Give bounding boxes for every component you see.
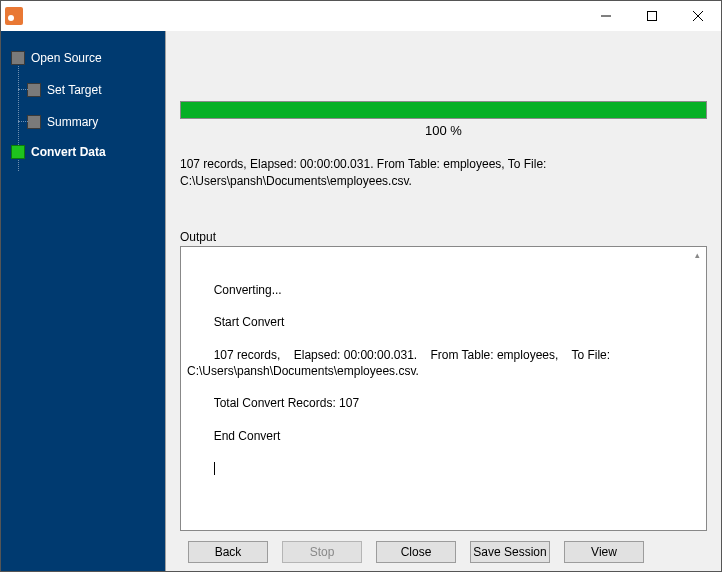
sidebar-item-open-source[interactable]: Open Source [1, 45, 165, 71]
output-line: End Convert [214, 429, 281, 443]
back-button[interactable]: Back [188, 541, 268, 563]
maximize-button[interactable] [629, 1, 675, 31]
output-line: Converting... [214, 283, 282, 297]
step-icon-active [11, 145, 25, 159]
minimize-button[interactable] [583, 1, 629, 31]
step-icon [27, 115, 41, 129]
output-textarea[interactable]: ▴ Converting... Start Convert 107 record… [180, 246, 707, 531]
svg-rect-1 [648, 12, 657, 21]
sidebar-item-label: Summary [47, 115, 98, 129]
step-icon [11, 51, 25, 65]
progress-percent-label: 100 % [180, 123, 707, 138]
text-cursor [214, 462, 215, 475]
progress-area: 100 % [180, 41, 707, 138]
wizard-sidebar: Open Source Set Target Summary Convert D… [1, 31, 165, 571]
close-button[interactable]: Close [376, 541, 456, 563]
stop-button: Stop [282, 541, 362, 563]
close-window-button[interactable] [675, 1, 721, 31]
main-panel: 100 % 107 records, Elapsed: 00:00:00.031… [165, 31, 721, 571]
app-window: Open Source Set Target Summary Convert D… [0, 0, 722, 572]
output-line: Start Convert [214, 315, 285, 329]
button-row: Back Stop Close Save Session View [180, 531, 707, 563]
progress-fill [181, 102, 706, 118]
scroll-up-icon: ▴ [690, 248, 705, 263]
status-line-2: C:\Users\pansh\Documents\employees.csv. [180, 174, 412, 188]
output-line: 107 records, Elapsed: 00:00:00.031. From… [187, 348, 613, 378]
sidebar-item-summary[interactable]: Summary [1, 109, 165, 135]
sidebar-item-set-target[interactable]: Set Target [1, 77, 165, 103]
sidebar-item-label: Convert Data [31, 145, 106, 159]
view-button[interactable]: View [564, 541, 644, 563]
status-text: 107 records, Elapsed: 00:00:00.031. From… [180, 156, 707, 190]
output-label: Output [180, 230, 707, 244]
progress-bar [180, 101, 707, 119]
titlebar [1, 1, 721, 31]
sidebar-item-label: Set Target [47, 83, 101, 97]
save-session-button[interactable]: Save Session [470, 541, 550, 563]
output-line: Total Convert Records: 107 [214, 396, 359, 410]
status-line-1: 107 records, Elapsed: 00:00:00.031. From… [180, 157, 546, 171]
step-icon [27, 83, 41, 97]
sidebar-item-convert-data[interactable]: Convert Data [1, 139, 165, 165]
sidebar-item-label: Open Source [31, 51, 102, 65]
app-icon [5, 7, 23, 25]
window-controls [583, 1, 721, 31]
